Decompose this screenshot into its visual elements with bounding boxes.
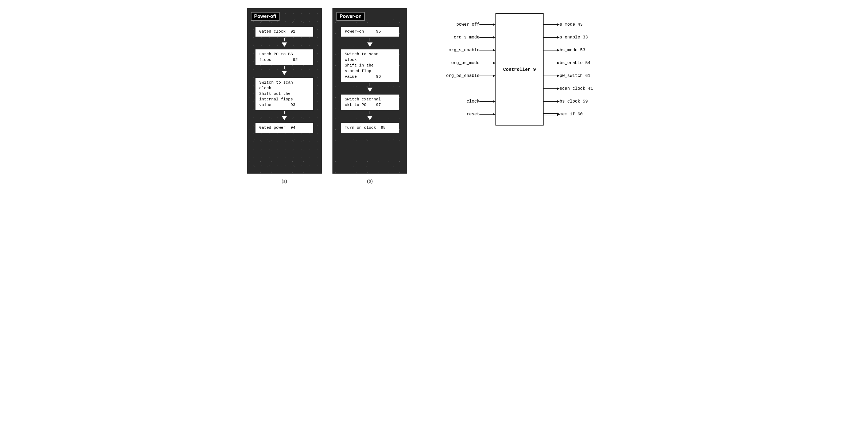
input-row-clock: clock: [467, 95, 495, 108]
output-label-s-mode: s_mode 43: [560, 22, 583, 27]
output-label-pw-switch: pw_switch 61: [560, 73, 590, 78]
arrow-power-off: [479, 22, 495, 27]
inputs-col: power_off org_s_mode org_s_enable: [446, 18, 495, 121]
svg-marker-17: [557, 36, 560, 39]
arrow-a1: [282, 38, 287, 48]
output-label-mem-if: mem_if 60: [560, 112, 583, 117]
arrow-org-s-enable: [479, 47, 495, 53]
svg-marker-11: [493, 100, 495, 103]
arrow-b1: [367, 38, 373, 48]
output-label-bs-mode: bs_mode 53: [560, 48, 585, 53]
output-row-bs-mode: bs_mode 53: [544, 44, 585, 57]
arrow-reset: [479, 112, 495, 117]
svg-marker-7: [493, 62, 495, 64]
controller-diagram: power_off org_s_mode org_s_enable: [446, 13, 593, 126]
output-row-bs-enable: bs_enable 54: [544, 57, 590, 69]
svg-marker-15: [557, 23, 560, 26]
controller-box: Controller 9: [495, 13, 544, 126]
arrow-org-s-mode: [479, 35, 495, 40]
panel-b-nodes: Power-on 95 Switch to scanclockShift in …: [337, 26, 402, 133]
output-row-scan-clock: scan_clock 41: [544, 82, 593, 95]
svg-marker-5: [493, 49, 495, 52]
output-label-bs-clock: bs_clock 59: [560, 99, 588, 104]
output-label-scan-clock: scan_clock 41: [560, 86, 593, 91]
panel-b: Power-on Power-on 95 Switch to scanclock…: [333, 8, 407, 184]
arrow-bs-mode: [544, 47, 560, 53]
node-a4: Gated power 94: [255, 122, 314, 133]
svg-marker-25: [557, 87, 560, 90]
arrow-a2: [282, 66, 287, 77]
input-row-org-bs-enable: org_bs_enable: [446, 69, 495, 82]
input-row-org-s-enable: org_s_enable: [449, 44, 495, 57]
outputs-col: s_mode 43 s_enable 33 bs_mode 53: [544, 18, 593, 121]
controller-area: power_off org_s_mode org_s_enable: [418, 8, 621, 126]
input-label-org-bs-enable: org_bs_enable: [446, 73, 479, 78]
svg-marker-19: [557, 49, 560, 52]
svg-marker-30: [557, 112, 560, 116]
output-row-pw-switch: pw_switch 61: [544, 69, 590, 82]
input-label-org-s-enable: org_s_enable: [449, 48, 479, 53]
panel-a-nodes: Gated clock 91 Latch PO to BSflops 92 Sw…: [252, 26, 317, 133]
panel-a: Power-off Gated clock 91 Latch PO to BSf…: [247, 8, 322, 184]
node-a3: Switch to scanclockShift out theinternal…: [255, 77, 314, 110]
svg-marker-27: [557, 100, 560, 103]
output-label-s-enable: s_enable 33: [560, 35, 588, 40]
caption-b: (b): [333, 178, 407, 184]
node-a1: Gated clock 91: [255, 26, 314, 37]
node-b4: Turn on clock 98: [340, 122, 399, 133]
svg-marker-1: [493, 23, 495, 26]
node-a2: Latch PO to BSflops 92: [255, 49, 314, 65]
caption-a: (a): [247, 178, 322, 184]
input-label-clock: clock: [467, 99, 479, 104]
svg-marker-21: [557, 62, 560, 64]
output-row-s-enable: s_enable 33: [544, 31, 588, 44]
arrow-org-bs-enable: [479, 73, 495, 78]
node-b3: Switch externalckt to PO 97: [340, 94, 399, 110]
svg-marker-13: [493, 113, 495, 116]
input-label-org-bs-mode: org_bs_mode: [451, 61, 479, 65]
panel-a-title: Power-off: [251, 12, 280, 21]
arrow-clock: [479, 99, 495, 104]
input-row-org-bs-mode: org_bs_mode: [451, 57, 495, 69]
node-b1: Power-on 95: [340, 26, 399, 37]
input-row-power-off: power_off: [457, 18, 495, 31]
arrow-s-enable: [544, 35, 560, 40]
node-b2: Switch to scanclockShift in thestored fl…: [340, 49, 399, 82]
output-row-s-mode: s_mode 43: [544, 18, 583, 31]
input-label-org-s-mode: org_s_mode: [454, 35, 479, 40]
arrow-b2: [367, 83, 373, 94]
input-row-org-s-mode: org_s_mode: [454, 31, 495, 44]
arrow-a3: [282, 111, 287, 122]
output-label-bs-enable: bs_enable 54: [560, 61, 590, 65]
arrow-b3: [367, 111, 373, 122]
input-label-reset: reset: [467, 112, 479, 117]
main-container: Power-off Gated clock 91 Latch PO to BSf…: [247, 8, 621, 184]
svg-marker-23: [557, 74, 560, 77]
arrow-bs-clock: [544, 99, 560, 104]
flowchart-panel-a: Power-off Gated clock 91 Latch PO to BSf…: [247, 8, 322, 174]
panel-b-title: Power-on: [337, 12, 365, 21]
output-row-bs-clock: bs_clock 59: [544, 95, 588, 108]
arrow-pw-switch: [544, 73, 560, 78]
svg-marker-9: [493, 74, 495, 77]
svg-marker-3: [493, 36, 495, 39]
arrow-org-bs-mode: [479, 60, 495, 66]
output-row-mem-if: mem_if 60: [544, 108, 583, 121]
double-arrow-mem-if: [544, 112, 560, 117]
arrow-scan-clock: [544, 86, 560, 91]
input-label-power-off: power_off: [457, 22, 479, 27]
input-row-reset: reset: [467, 108, 495, 121]
arrow-s-mode: [544, 22, 560, 27]
arrow-bs-enable: [544, 60, 560, 66]
flowchart-panel-b: Power-on Power-on 95 Switch to scanclock…: [333, 8, 407, 174]
controller-label: Controller 9: [503, 67, 536, 72]
